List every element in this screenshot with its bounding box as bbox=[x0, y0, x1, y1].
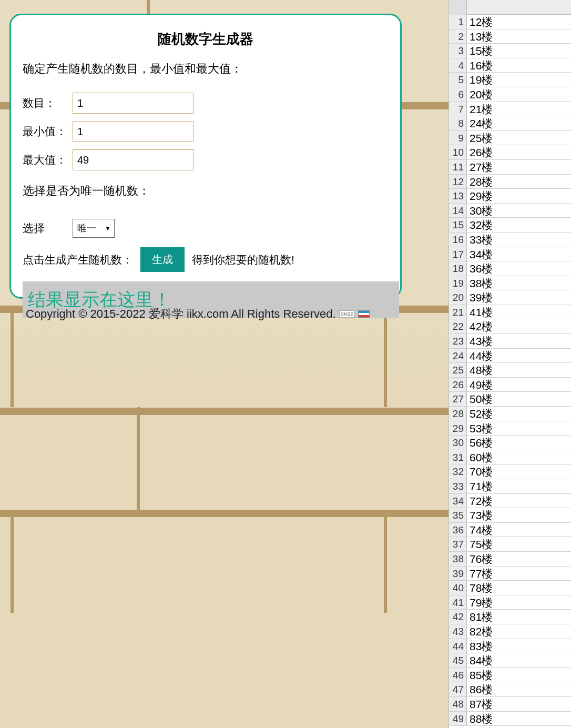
row-number[interactable]: 25 bbox=[449, 363, 467, 377]
cell[interactable]: 29楼 bbox=[467, 189, 571, 203]
cell[interactable]: 75楼 bbox=[467, 537, 571, 551]
row-number[interactable]: 43 bbox=[449, 624, 467, 639]
row-number[interactable]: 24 bbox=[449, 349, 467, 363]
cell[interactable]: 12楼 bbox=[467, 15, 571, 29]
cell[interactable]: 21楼 bbox=[467, 102, 571, 116]
cell[interactable]: 39楼 bbox=[467, 290, 571, 305]
flag-badge-icon[interactable] bbox=[358, 310, 370, 318]
cell[interactable]: 43楼 bbox=[467, 334, 571, 348]
cell[interactable]: 15楼 bbox=[467, 44, 571, 58]
cell[interactable]: 48楼 bbox=[467, 363, 571, 377]
row-number[interactable]: 9 bbox=[449, 131, 467, 145]
row-number[interactable]: 19 bbox=[449, 276, 467, 290]
count-input[interactable] bbox=[73, 93, 193, 114]
cell[interactable]: 27楼 bbox=[467, 160, 571, 174]
cell[interactable]: 53楼 bbox=[467, 421, 571, 436]
row-number[interactable]: 6 bbox=[449, 87, 467, 102]
cell[interactable]: 34楼 bbox=[467, 247, 571, 261]
row-number[interactable]: 15 bbox=[449, 218, 467, 232]
cell[interactable]: 79楼 bbox=[467, 595, 571, 610]
cell[interactable]: 24楼 bbox=[467, 116, 571, 130]
cell[interactable]: 76楼 bbox=[467, 552, 571, 566]
select-all-corner[interactable] bbox=[449, 0, 467, 15]
max-input[interactable] bbox=[73, 149, 193, 170]
cell[interactable]: 42楼 bbox=[467, 319, 571, 333]
row-number[interactable]: 47 bbox=[449, 682, 467, 696]
row-number[interactable]: 40 bbox=[449, 581, 467, 595]
row-number[interactable]: 27 bbox=[449, 392, 467, 406]
cell[interactable]: 72楼 bbox=[467, 494, 571, 508]
min-input[interactable] bbox=[73, 121, 193, 142]
cell[interactable]: 71楼 bbox=[467, 479, 571, 493]
row-number[interactable]: 29 bbox=[449, 421, 467, 436]
row-number[interactable]: 44 bbox=[449, 639, 467, 653]
cell[interactable]: 56楼 bbox=[467, 436, 571, 450]
cell[interactable]: 74楼 bbox=[467, 523, 571, 537]
cell[interactable]: 19楼 bbox=[467, 73, 571, 87]
row-number[interactable]: 18 bbox=[449, 261, 467, 276]
row-number[interactable]: 38 bbox=[449, 552, 467, 566]
row-number[interactable]: 4 bbox=[449, 58, 467, 73]
cell[interactable]: 30楼 bbox=[467, 204, 571, 218]
row-number[interactable]: 48 bbox=[449, 697, 467, 711]
cell[interactable]: 85楼 bbox=[467, 668, 571, 682]
cell[interactable]: 87楼 bbox=[467, 697, 571, 711]
row-number[interactable]: 35 bbox=[449, 508, 467, 522]
row-number[interactable]: 22 bbox=[449, 319, 467, 333]
row-number[interactable]: 31 bbox=[449, 450, 467, 464]
cell[interactable]: 77楼 bbox=[467, 567, 571, 581]
cell[interactable]: 70楼 bbox=[467, 464, 571, 479]
cell[interactable]: 60楼 bbox=[467, 450, 571, 464]
row-number[interactable]: 2 bbox=[449, 29, 467, 44]
unique-select[interactable]: 唯一 ▼ bbox=[73, 219, 115, 238]
cell[interactable]: 83楼 bbox=[467, 639, 571, 653]
cell[interactable]: 25楼 bbox=[467, 131, 571, 145]
cell[interactable]: 49楼 bbox=[467, 378, 571, 392]
row-number[interactable]: 46 bbox=[449, 668, 467, 682]
row-number[interactable]: 3 bbox=[449, 44, 467, 58]
cell[interactable]: 84楼 bbox=[467, 653, 571, 668]
row-number[interactable]: 20 bbox=[449, 290, 467, 305]
row-number[interactable]: 14 bbox=[449, 204, 467, 218]
row-number[interactable]: 10 bbox=[449, 145, 467, 159]
cell[interactable]: 88楼 bbox=[467, 712, 571, 726]
row-number[interactable]: 49 bbox=[449, 712, 467, 726]
row-number[interactable]: 41 bbox=[449, 595, 467, 610]
cell[interactable]: 82楼 bbox=[467, 624, 571, 639]
cell[interactable]: 41楼 bbox=[467, 305, 571, 319]
row-number[interactable]: 11 bbox=[449, 160, 467, 174]
row-number[interactable]: 36 bbox=[449, 523, 467, 537]
cell[interactable]: 86楼 bbox=[467, 682, 571, 696]
cell[interactable]: 16楼 bbox=[467, 58, 571, 73]
row-number[interactable]: 45 bbox=[449, 653, 467, 668]
cell[interactable]: 50楼 bbox=[467, 392, 571, 406]
cell[interactable]: 36楼 bbox=[467, 261, 571, 276]
cell[interactable]: 52楼 bbox=[467, 407, 571, 421]
generate-button[interactable]: 生成 bbox=[140, 247, 185, 272]
cell[interactable]: 20楼 bbox=[467, 87, 571, 102]
row-number[interactable]: 17 bbox=[449, 247, 467, 261]
cell[interactable]: 13楼 bbox=[467, 29, 571, 44]
row-number[interactable]: 33 bbox=[449, 479, 467, 493]
cell[interactable]: 73楼 bbox=[467, 508, 571, 522]
cell[interactable]: 26楼 bbox=[467, 145, 571, 159]
row-number[interactable]: 21 bbox=[449, 305, 467, 319]
row-number[interactable]: 28 bbox=[449, 407, 467, 421]
row-number[interactable]: 5 bbox=[449, 73, 467, 87]
row-number[interactable]: 30 bbox=[449, 436, 467, 450]
row-number[interactable]: 34 bbox=[449, 494, 467, 508]
row-number[interactable]: 39 bbox=[449, 567, 467, 581]
cell[interactable]: 44楼 bbox=[467, 349, 571, 363]
row-number[interactable]: 1 bbox=[449, 15, 467, 29]
cell[interactable]: 81楼 bbox=[467, 610, 571, 624]
cnzz-badge-icon[interactable]: CNZZ bbox=[339, 310, 355, 318]
row-number[interactable]: 8 bbox=[449, 116, 467, 130]
row-number[interactable]: 26 bbox=[449, 378, 467, 392]
cell[interactable]: 33楼 bbox=[467, 232, 571, 247]
cell[interactable]: 28楼 bbox=[467, 175, 571, 189]
cell[interactable]: 32楼 bbox=[467, 218, 571, 232]
row-number[interactable]: 42 bbox=[449, 610, 467, 624]
cell[interactable]: 38楼 bbox=[467, 276, 571, 290]
row-number[interactable]: 23 bbox=[449, 334, 467, 348]
row-number[interactable]: 16 bbox=[449, 232, 467, 247]
